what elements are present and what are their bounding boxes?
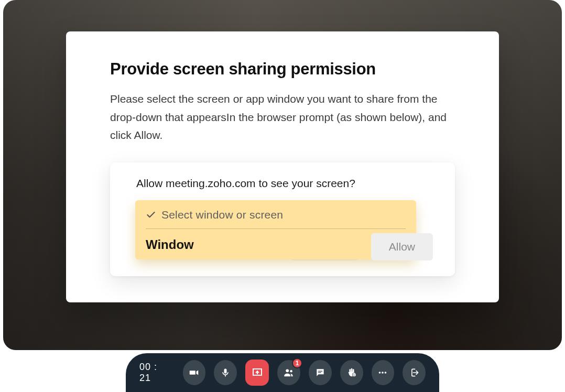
participants-badge: 1 (292, 358, 302, 368)
share-screen-icon (251, 366, 264, 379)
svg-point-8 (354, 374, 355, 375)
more-icon (377, 367, 388, 378)
prompt-question: Allow meeting.zoho.com to see your scree… (136, 177, 429, 190)
participants-button[interactable]: 1 (277, 360, 300, 385)
modal-description: Please select the screen or app window y… (110, 90, 455, 145)
more-options-button[interactable] (372, 360, 395, 385)
svg-point-2 (290, 370, 293, 373)
browser-prompt-illustration: Allow meeting.zoho.com to see your scree… (110, 162, 455, 276)
video-icon (188, 367, 200, 378)
exit-icon (409, 367, 419, 378)
dropdown-selected-row[interactable]: Select window or screen (146, 209, 406, 229)
mic-icon (220, 367, 231, 378)
app-root: Provide screen sharing permission Please… (0, 0, 565, 392)
svg-point-11 (385, 372, 387, 374)
svg-point-9 (379, 372, 381, 374)
allow-button[interactable]: Allow (371, 233, 433, 260)
screen-share-permission-modal: Provide screen sharing permission Please… (66, 31, 499, 302)
share-screen-button[interactable] (245, 360, 269, 386)
video-toggle-button[interactable] (182, 360, 205, 385)
svg-rect-3 (318, 371, 322, 372)
dropdown-option-window[interactable]: Window (146, 229, 406, 252)
svg-point-1 (286, 369, 289, 372)
leave-meeting-button[interactable] (403, 360, 426, 385)
svg-point-7 (353, 374, 354, 375)
svg-point-10 (382, 372, 384, 374)
reactions-icon (346, 367, 357, 378)
svg-rect-0 (225, 375, 226, 377)
participants-icon (283, 367, 295, 378)
modal-title: Provide screen sharing permission (110, 60, 455, 79)
chat-button[interactable] (309, 360, 332, 385)
chat-icon (315, 367, 325, 378)
reactions-button[interactable] (340, 360, 363, 385)
svg-rect-4 (318, 372, 321, 373)
check-icon (146, 210, 156, 220)
meeting-timer: 00 : 21 (139, 362, 169, 384)
dropdown-label: Select window or screen (161, 209, 283, 221)
mic-toggle-button[interactable] (214, 360, 237, 385)
meeting-toolbar: 00 : 21 1 (126, 353, 439, 392)
